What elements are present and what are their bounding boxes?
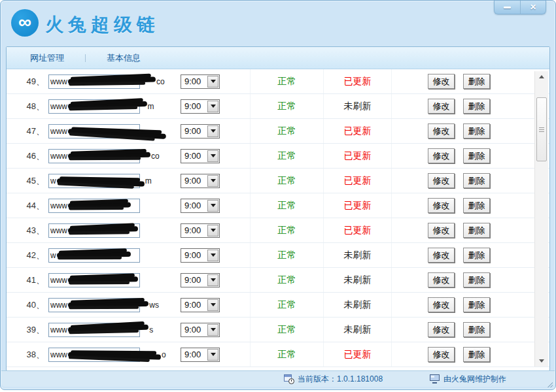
update-cell: 未刷新 — [323, 94, 391, 118]
modify-button[interactable]: 修改 — [428, 322, 455, 337]
time-dropdown[interactable]: 9:00 — [181, 174, 220, 188]
url-input[interactable]: www m — [48, 99, 140, 114]
time-dropdown-button[interactable] — [207, 150, 218, 162]
time-dropdown-button[interactable] — [207, 76, 218, 88]
delete-button[interactable]: 删除 — [463, 272, 490, 287]
time-dropdown[interactable]: 9:00 — [181, 298, 220, 312]
minimize-icon — [504, 7, 511, 8]
url-redaction — [68, 101, 147, 108]
time-dropdown[interactable]: 9:00 — [181, 99, 220, 114]
time-dropdown-button[interactable] — [207, 125, 218, 137]
minimize-button[interactable] — [495, 1, 520, 14]
delete-button[interactable]: 删除 — [463, 347, 490, 362]
status-text: 正常 — [278, 76, 296, 88]
caret-up-icon — [539, 75, 544, 78]
update-text: 已更新 — [344, 175, 372, 187]
delete-button[interactable]: 删除 — [463, 248, 490, 263]
url-redaction — [68, 76, 156, 84]
tab-url-management[interactable]: 网址管理 — [18, 52, 76, 64]
url-prefix: www — [50, 226, 67, 235]
url-input[interactable]: w m — [48, 174, 140, 188]
status-text: 正常 — [278, 125, 296, 137]
time-dropdown[interactable]: 9:00 — [181, 74, 220, 89]
status-text: 正常 — [278, 324, 296, 336]
modify-button[interactable]: 修改 — [428, 198, 455, 213]
status-text: 正常 — [278, 225, 296, 237]
url-redaction — [68, 226, 138, 233]
url-input[interactable]: www s — [48, 323, 140, 337]
time-value: 9:00 — [181, 350, 207, 359]
time-dropdown-button[interactable] — [207, 225, 218, 237]
update-text: 已更新 — [344, 225, 372, 237]
update-text: 已更新 — [344, 125, 372, 137]
tab-basic-info[interactable]: 基本信息 — [95, 52, 152, 64]
url-input[interactable]: www co — [48, 74, 140, 89]
url-input[interactable]: www — [48, 223, 140, 238]
modify-button[interactable]: 修改 — [428, 99, 455, 114]
url-input[interactable]: www — [48, 199, 140, 213]
modify-button[interactable]: 修改 — [428, 347, 455, 362]
delete-button[interactable]: 删除 — [463, 148, 490, 163]
time-value: 9:00 — [181, 76, 207, 86]
url-input[interactable]: www ws — [48, 298, 140, 312]
close-button[interactable]: ✕ — [520, 1, 546, 14]
url-input[interactable]: www o — [48, 348, 140, 362]
time-dropdown-button[interactable] — [207, 200, 218, 212]
time-dropdown-button[interactable] — [207, 101, 218, 112]
url-prefix: www — [50, 350, 67, 359]
scroll-down-button[interactable] — [535, 355, 548, 367]
url-prefix: www — [50, 276, 67, 285]
modify-button[interactable]: 修改 — [428, 148, 455, 163]
caret-down-icon — [211, 303, 216, 306]
vertical-scrollbar[interactable] — [534, 71, 548, 367]
time-dropdown[interactable]: 9:00 — [181, 124, 220, 139]
time-dropdown[interactable]: 9:00 — [181, 323, 220, 337]
time-dropdown[interactable]: 9:00 — [181, 223, 220, 238]
url-suffix: co — [156, 77, 165, 86]
delete-button[interactable]: 删除 — [463, 297, 490, 312]
modify-button[interactable]: 修改 — [428, 297, 455, 312]
row-number: 47、 — [14, 125, 48, 137]
time-dropdown-button[interactable] — [207, 274, 218, 286]
time-dropdown-button[interactable] — [207, 349, 218, 361]
time-dropdown-button[interactable] — [207, 299, 218, 311]
time-dropdown[interactable]: 9:00 — [181, 149, 220, 163]
resize-grip[interactable] — [547, 382, 553, 387]
modify-button[interactable]: 修改 — [428, 173, 455, 188]
table-row: 49、 www co 9:00 正常 已更新 修改 删除 — [7, 69, 549, 94]
delete-button[interactable]: 删除 — [463, 198, 490, 213]
modify-button[interactable]: 修改 — [428, 223, 455, 238]
url-redaction — [68, 276, 138, 283]
update-cell: 已更新 — [323, 69, 391, 93]
time-dropdown[interactable]: 9:00 — [181, 348, 220, 362]
delete-button[interactable]: 删除 — [463, 123, 490, 139]
delete-button[interactable]: 删除 — [463, 322, 490, 337]
time-dropdown-button[interactable] — [207, 324, 218, 336]
modify-button[interactable]: 修改 — [428, 74, 455, 89]
update-text: 未刷新 — [344, 324, 372, 336]
url-input[interactable]: www co — [48, 149, 140, 163]
delete-button[interactable]: 删除 — [463, 99, 490, 114]
delete-button[interactable]: 删除 — [463, 223, 490, 238]
modify-button[interactable]: 修改 — [428, 123, 455, 139]
time-dropdown-button[interactable] — [207, 175, 218, 187]
time-dropdown[interactable]: 9:00 — [181, 248, 220, 263]
status-text: 正常 — [278, 274, 296, 286]
time-dropdown-button[interactable] — [207, 250, 218, 261]
modify-button[interactable]: 修改 — [428, 248, 455, 263]
scrollbar-thumb[interactable] — [536, 97, 547, 161]
time-dropdown[interactable]: 9:00 — [181, 273, 220, 287]
scroll-up-button[interactable] — [535, 71, 548, 82]
url-input[interactable]: www — [48, 124, 140, 139]
delete-button[interactable]: 删除 — [463, 173, 490, 188]
table-row: 38、 www o 9:00 正常 已更新 修改 删除 — [7, 342, 549, 367]
modify-button[interactable]: 修改 — [428, 272, 455, 287]
url-input[interactable]: www — [48, 273, 140, 287]
url-prefix: www — [50, 127, 67, 136]
time-dropdown[interactable]: 9:00 — [181, 199, 220, 213]
url-input[interactable]: w — [48, 248, 140, 263]
caret-down-icon — [211, 129, 216, 133]
url-suffix: ws — [149, 301, 159, 310]
delete-button[interactable]: 删除 — [463, 74, 490, 89]
status-text: 正常 — [278, 101, 296, 112]
